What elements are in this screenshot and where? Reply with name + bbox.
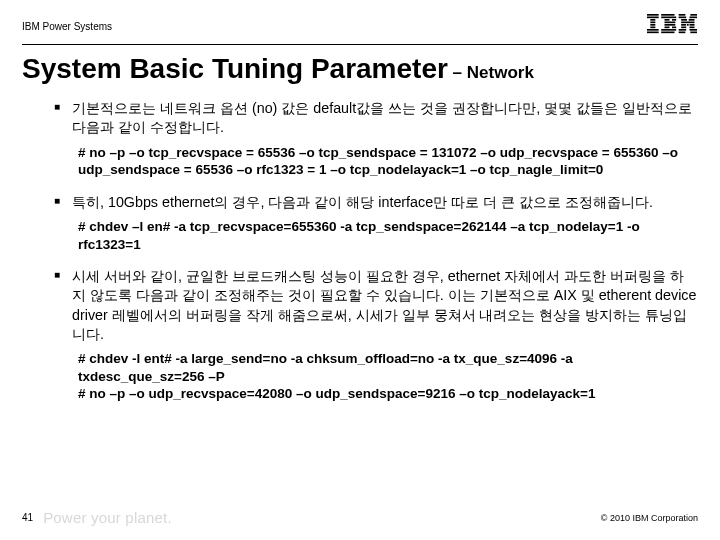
svg-rect-4 (650, 24, 655, 26)
svg-rect-12 (665, 22, 676, 24)
svg-rect-6 (647, 29, 659, 31)
svg-rect-17 (661, 32, 674, 34)
svg-rect-30 (679, 29, 687, 31)
svg-rect-28 (681, 27, 686, 29)
svg-rect-9 (661, 17, 676, 19)
svg-rect-5 (650, 27, 655, 29)
slide-footer: 41 Power your planet. © 2010 IBM Corpora… (22, 509, 698, 526)
svg-rect-22 (681, 19, 687, 21)
svg-rect-24 (681, 22, 694, 24)
svg-rect-20 (679, 17, 687, 19)
svg-rect-31 (690, 29, 698, 31)
svg-rect-0 (647, 14, 659, 16)
slide-page: IBM Power Systems (0, 0, 720, 540)
svg-rect-18 (679, 14, 686, 16)
bullet-item: 시세 서버와 같이, 균일한 브로드캐스팅 성능이 필요한 경우, ethern… (54, 267, 698, 344)
bullet-item: 특히, 10Gbps ethernet의 경우, 다음과 같이 해당 inter… (54, 193, 698, 212)
svg-rect-10 (665, 19, 670, 21)
svg-rect-25 (681, 24, 686, 26)
svg-rect-14 (665, 27, 670, 29)
slide-title: System Basic Tuning Parameter – Network (22, 53, 698, 85)
bullet-text: 특히, 10Gbps ethernet의 경우, 다음과 같이 해당 inter… (72, 194, 653, 210)
svg-rect-16 (661, 29, 676, 31)
svg-rect-13 (665, 24, 676, 26)
svg-rect-1 (647, 17, 659, 19)
svg-rect-21 (690, 17, 698, 19)
ibm-logo-icon (646, 14, 698, 34)
svg-rect-33 (690, 32, 697, 34)
bullet-item: 기본적으로는 네트워크 옵션 (no) 값은 default값을 쓰는 것을 권… (54, 99, 698, 138)
product-line-text: IBM Power Systems (22, 21, 112, 32)
command-block: # chdev –l en# -a tcp_recvspace=655360 -… (78, 218, 698, 253)
tagline-text: Power your planet. (43, 509, 172, 526)
bullet-text: 시세 서버와 같이, 균일한 브로드캐스팅 성능이 필요한 경우, ethern… (72, 268, 696, 342)
footer-left: 41 Power your planet. (22, 509, 172, 526)
svg-rect-23 (689, 19, 695, 21)
bullet-text: 기본적으로는 네트워크 옵션 (no) 값은 default값을 쓰는 것을 권… (72, 100, 692, 135)
svg-rect-26 (687, 24, 689, 26)
svg-rect-19 (690, 14, 697, 16)
command-block: # no –p –o tcp_recvspace = 65536 –o tcp_… (78, 144, 698, 179)
copyright-text: © 2010 IBM Corporation (601, 513, 698, 523)
svg-rect-27 (690, 24, 695, 26)
title-main: System Basic Tuning Parameter (22, 53, 448, 84)
slide-header: IBM Power Systems (22, 14, 698, 45)
svg-rect-7 (647, 32, 659, 34)
svg-rect-3 (650, 22, 655, 24)
svg-rect-11 (672, 19, 676, 21)
title-sub: – Network (448, 63, 534, 82)
page-number: 41 (22, 512, 33, 523)
svg-rect-2 (650, 19, 655, 21)
svg-rect-32 (679, 32, 686, 34)
svg-rect-29 (690, 27, 695, 29)
ibm-logo (646, 14, 698, 38)
slide-content: 기본적으로는 네트워크 옵션 (no) 값은 default값을 쓰는 것을 권… (22, 99, 698, 403)
svg-rect-8 (661, 14, 674, 16)
command-block: # chdev -l ent# -a large_send=no -a chks… (78, 350, 698, 403)
svg-rect-15 (672, 27, 676, 29)
